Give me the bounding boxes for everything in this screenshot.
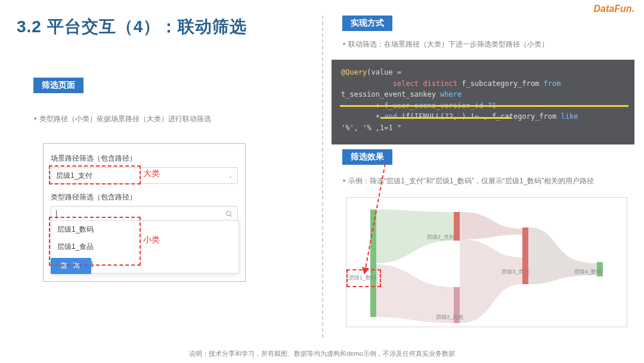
filter-panel: 场景路径筛选（包含路径） 层级1_支付 ⌄ 类型路径筛选（包含路径） 层级1_数… xyxy=(43,143,246,282)
sankey-label-2b: 层级2_其他 xyxy=(436,313,463,321)
sankey-label-3: 层级3_类别 xyxy=(501,268,529,276)
search-icon xyxy=(225,210,233,219)
annotation-arrow xyxy=(361,164,409,279)
svg-line-2 xyxy=(365,164,385,271)
right-bullet1: 联动筛选：在场景路径（大类）下进一步筛选类型路径（小类） xyxy=(342,38,549,50)
scene-path-value: 层级1_支付 xyxy=(56,171,92,181)
annotation-small-category-label: 小类 xyxy=(143,235,160,245)
column-divider xyxy=(322,16,323,338)
chevron-down-icon: ⌄ xyxy=(228,173,233,179)
code-underline-1 xyxy=(340,105,628,107)
right-section2-badge: 筛选效果 xyxy=(342,149,392,165)
field2-label: 类型路径筛选（包含路径） xyxy=(51,192,238,202)
footer-note: 说明：技术分享和学习，所有截图、数据等均为虚构和demo示例，不涉及任何真实业务… xyxy=(0,349,644,358)
code-underline-2 xyxy=(380,117,512,119)
code-block: @Query(value = select distinct f_subcate… xyxy=(332,60,634,144)
annotation-big-category-label: 大类 xyxy=(143,168,160,179)
svg-line-1 xyxy=(230,215,232,217)
sankey-label-2a: 层级2_类别 xyxy=(427,233,454,241)
right-section1-badge: 实现方式 xyxy=(342,16,392,31)
text-cursor xyxy=(56,210,57,219)
field1-label: 场景路径筛选（包含路径） xyxy=(51,153,238,164)
svg-point-0 xyxy=(227,211,231,216)
left-bullet: 类型路径（小类）依据场景路径（大类）进行联动筛选 xyxy=(33,113,211,124)
query-button[interactable]: 查 询 xyxy=(51,258,91,274)
sankey-label-4: 层级4_数码 xyxy=(574,268,602,276)
left-section-badge: 筛选页面 xyxy=(33,78,83,93)
page-title: 3.2 平台交互（4）：联动筛选 xyxy=(17,16,247,38)
datafun-logo: DataFun. xyxy=(594,4,634,14)
sankey-node-2a xyxy=(454,212,460,241)
